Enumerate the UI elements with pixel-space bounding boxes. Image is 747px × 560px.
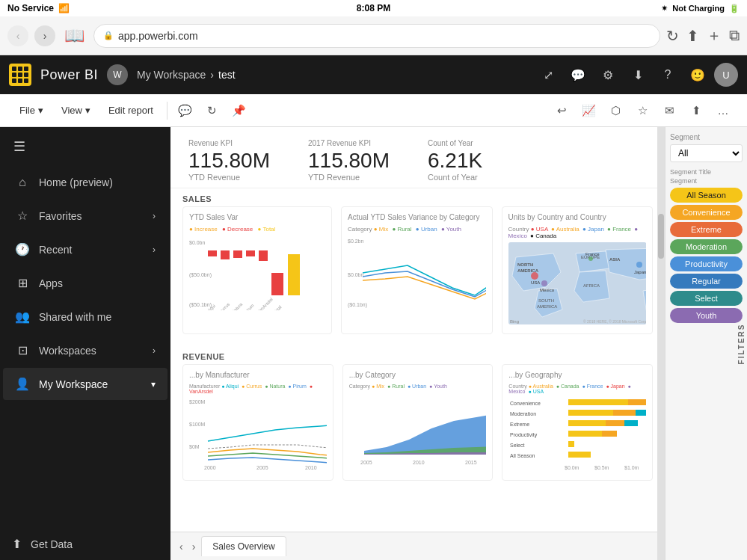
sidebar-item-shared[interactable]: 👥 Shared with me <box>3 301 167 333</box>
svg-text:Natura: Natura <box>230 301 243 310</box>
chip-youth[interactable]: Youth <box>670 308 743 323</box>
new-tab-button[interactable]: ＋ <box>707 25 722 46</box>
settings-button[interactable]: ⚙ <box>594 61 621 88</box>
svg-text:AMERICA: AMERICA <box>517 268 539 273</box>
email-button[interactable]: ✉ <box>657 99 681 123</box>
units-map-chart: Units by Country and Country Country ● U… <box>502 206 654 334</box>
bookmarks-icon[interactable]: 📖 <box>64 26 84 46</box>
segment-dropdown[interactable]: All All Season Convenience Extreme Moder… <box>670 144 743 162</box>
chip-productivity[interactable]: Productivity <box>670 256 743 271</box>
breadcrumb-separator: › <box>210 69 214 81</box>
map-svg: NORTH AMERICA SOUTH AMERICA ASIA AFRICA … <box>508 242 647 324</box>
sidebar-item-recent[interactable]: 🕐 Recent › <box>3 233 167 265</box>
share-button[interactable]: ⬆ <box>686 27 699 45</box>
refresh-button[interactable]: ↻ <box>200 99 224 123</box>
hamburger-button[interactable]: ☰ <box>6 133 33 160</box>
svg-text:($50.0bn): ($50.0bn) <box>189 272 212 278</box>
sidebar: ☰ ⌂ Home (preview) ☆ Favorites › 🕐 Recen… <box>0 127 170 560</box>
ytd-variance-chart: Actual YTD Sales Variance by Category Ca… <box>341 206 493 334</box>
svg-text:$0.0bn: $0.0bn <box>189 240 206 245</box>
download-button[interactable]: ⬇ <box>624 61 651 88</box>
svg-rect-63 <box>606 420 624 426</box>
filters-panel: ‹ Segment All All Season Convenience Ext… <box>665 127 747 560</box>
svg-text:$0.2bn: $0.2bn <box>348 239 364 244</box>
back-button[interactable]: ‹ <box>7 25 28 46</box>
sidebar-item-favorites[interactable]: ☆ Favorites › <box>3 200 167 232</box>
tab-scroll-right[interactable]: › <box>189 538 199 556</box>
reload-button[interactable]: ↻ <box>666 27 679 45</box>
favorites-chevron: › <box>153 211 156 221</box>
breadcrumb-workspace[interactable]: My Workspace <box>137 69 206 81</box>
file-menu[interactable]: File ▾ <box>12 102 51 119</box>
svg-point-36 <box>588 256 593 261</box>
svg-rect-66 <box>568 431 602 437</box>
address-bar[interactable]: 🔒 app.powerbi.com <box>93 24 660 48</box>
home-label: Home (preview) <box>39 176 113 188</box>
svg-text:2010: 2010 <box>413 460 425 465</box>
user-avatar[interactable]: U <box>714 63 738 87</box>
map-chart-title: Units by Country and Country <box>508 213 647 221</box>
kpi-count: Count of Year 6.21K Count of Year <box>428 139 517 182</box>
comment-toolbar-button[interactable]: 💬 <box>173 99 197 123</box>
workspaces-chevron: › <box>153 345 156 356</box>
segment-title-label: Segment Title <box>670 168 743 176</box>
line-chart-button[interactable]: 📈 <box>577 99 600 123</box>
home-icon: ⌂ <box>15 176 30 189</box>
svg-rect-54 <box>568 399 628 405</box>
help-button[interactable]: ? <box>654 61 681 88</box>
revenue-geography-chart: ...by Geography Country ● Australia ● Ca… <box>502 364 653 481</box>
not-charging-text: Not Charging <box>672 4 725 13</box>
status-bar-right: ✴ Not Charging 🔋 <box>661 4 740 13</box>
sidebar-item-home[interactable]: ⌂ Home (preview) <box>3 167 167 198</box>
svg-text:$0.0bn: $0.0bn <box>348 272 364 277</box>
expand-button[interactable]: ⤢ <box>535 61 562 88</box>
sidebar-item-myworkspace[interactable]: 👤 My Workspace ▾ <box>3 368 167 400</box>
chip-convenience[interactable]: Convenience <box>670 205 743 220</box>
sidebar-item-apps[interactable]: ⊞ Apps <box>3 267 167 299</box>
undo-button[interactable]: ↩ <box>550 99 574 123</box>
comment-button[interactable]: 💬 <box>565 61 591 88</box>
workspaces-label: Workspaces <box>39 345 96 357</box>
tab-scroll-left[interactable]: ‹ <box>176 538 186 556</box>
kpi-2017revenue: 2017 Revenue KPI 115.80M YTD Revenue <box>308 139 398 182</box>
sales-charts-row: YTD Sales Var ● Increase ● Decrease ● To… <box>170 206 665 346</box>
recent-chevron: › <box>153 244 156 255</box>
more-button[interactable]: … <box>711 99 735 123</box>
svg-text:Mexico: Mexico <box>540 288 555 292</box>
bookmark-button[interactable]: ☆ <box>630 99 654 123</box>
svg-text:AFRICA: AFRICA <box>583 283 600 288</box>
svg-text:$0.5m: $0.5m <box>594 465 609 470</box>
svg-text:SOUTH: SOUTH <box>538 298 554 303</box>
tabs-button[interactable]: ⧉ <box>729 27 740 44</box>
apps-grid-icon[interactable] <box>9 64 31 86</box>
tab-sales-overview[interactable]: Sales Overview <box>201 536 286 556</box>
chip-regular[interactable]: Regular <box>670 274 743 289</box>
breadcrumb-report[interactable]: test <box>218 69 236 81</box>
svg-text:$100M: $100M <box>189 422 206 427</box>
chip-all-season[interactable]: All Season <box>670 188 743 203</box>
svg-text:All Season: All Season <box>510 453 535 458</box>
scroll-thumb[interactable] <box>658 214 664 259</box>
chip-select[interactable]: Select <box>670 291 743 306</box>
svg-text:© 2018 HERE, © 2018 Microsoft : © 2018 HERE, © 2018 Microsoft Corp <box>583 319 647 324</box>
view-menu[interactable]: View ▾ <box>54 102 98 119</box>
sidebar-item-getdata[interactable]: ⬆ Get Data <box>0 528 170 560</box>
kpi-2017-label: 2017 Revenue KPI <box>308 139 398 147</box>
report-canvas[interactable]: Revenue KPI 115.80M YTD Revenue 2017 Rev… <box>170 127 665 560</box>
forward-button[interactable]: › <box>34 25 55 46</box>
filters-toggle-button[interactable]: ‹ <box>665 329 665 359</box>
share-toolbar-button[interactable]: ⬡ <box>603 99 627 123</box>
recent-label: Recent <box>39 244 72 256</box>
pin-button[interactable]: 📌 <box>227 99 251 123</box>
kpi-count-label: Count of Year <box>428 139 517 147</box>
chip-moderation[interactable]: Moderation <box>670 239 743 254</box>
export-button[interactable]: ⬆ <box>684 99 708 123</box>
svg-rect-9 <box>288 254 300 295</box>
chip-extreme[interactable]: Extreme <box>670 222 743 237</box>
smiley-button[interactable]: 🙂 <box>684 61 711 88</box>
edit-report-button[interactable]: Edit report <box>101 102 161 119</box>
sidebar-item-workspaces[interactable]: ⊡ Workspaces › <box>3 334 167 366</box>
toolbar-separator-1 <box>167 102 167 120</box>
scroll-indicator[interactable] <box>657 127 665 560</box>
myworkspace-chevron: ▾ <box>151 379 156 390</box>
